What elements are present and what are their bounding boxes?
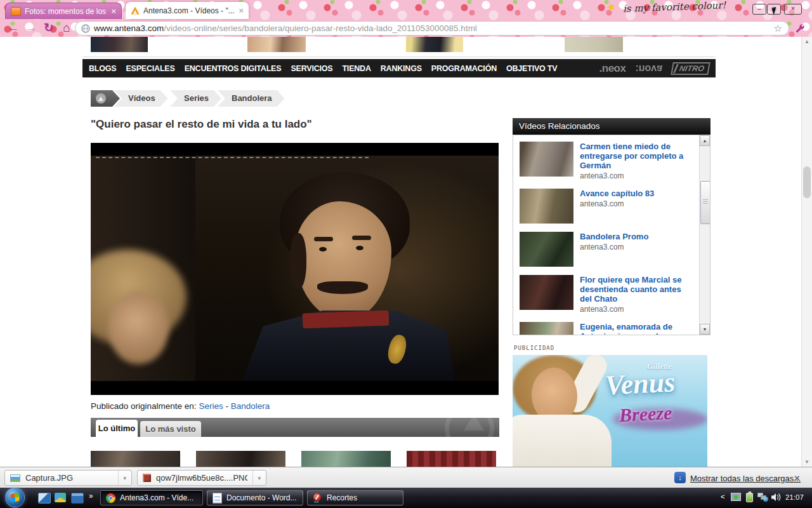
start-button[interactable] [5,488,25,507]
related-video-source: antena3.com [580,305,691,314]
breadcrumb-bandolera[interactable]: Bandolera [218,90,285,107]
show-all-downloads-link[interactable]: Mostrar todas las descargas... [690,474,801,483]
video-thumbnail[interactable] [301,451,391,467]
download-caret-icon[interactable]: ▾ [118,471,126,485]
scroll-up-icon[interactable]: ▲ [700,135,710,146]
related-videos-scrollbar[interactable]: ▲ ▼ [699,135,710,335]
video-thumbnail[interactable] [196,451,285,467]
related-video-title[interactable]: Bandolera Promo [580,232,648,241]
cropped-thumbnail[interactable] [565,37,623,52]
download-item-png[interactable]: qow7jlmw6b5ue8c....PNG ▾ [137,470,266,486]
browser-tab-antena3[interactable]: Antena3.com - Vídeos - "... × [126,2,249,19]
tab-lo-ultimo[interactable]: Lo último [96,420,138,437]
taskbar-clock[interactable]: 21:07 [785,493,804,501]
download-caret-icon[interactable]: ▾ [252,471,261,485]
tray-collapse-icon[interactable]: < [721,493,724,500]
nav-item-especiales[interactable]: ESPECIALES [126,64,174,73]
document-icon [213,493,222,504]
quick-launch-app-icon[interactable] [55,493,66,502]
related-video-item[interactable]: Carmen tiene miedo de entregarse por com… [520,142,691,180]
published-link-bandolera[interactable]: Bandolera [231,401,270,411]
tab-title[interactable]: Antena3.com - Vídeos - "... [143,6,235,15]
venus-breeze-ad[interactable]: Gillette Venus Breeze [513,355,707,467]
related-video-thumbnail[interactable] [520,142,573,177]
nitro-logo[interactable]: NITRO [671,62,710,75]
cropped-thumbnail[interactable] [406,37,463,52]
quick-launch-overflow-icon[interactable]: » [89,491,93,500]
downloads-bar: Captura.JPG ▾ qow7jlmw6b5ue8c....PNG ▾ ↓… [0,467,812,488]
neox-logo[interactable]: .neox [599,62,626,75]
nav-item-programacion[interactable]: PROGRAMACIÓN [431,64,497,73]
page-scrollbar[interactable]: ▲ ▼ [801,37,812,467]
related-video-thumbnail[interactable] [520,322,573,335]
forward-button[interactable]: → [23,20,39,36]
browser-tab-fotos[interactable]: Fotos: momentos de los ... × [5,3,122,19]
related-video-item[interactable]: Flor quiere que Marcial se desentienda c… [520,275,691,314]
nav-item-tienda[interactable]: TIENDA [342,64,370,73]
downloads-bar-close-icon[interactable]: × [794,472,800,483]
window-close-button[interactable]: × [784,4,802,15]
scroll-up-icon[interactable]: ▲ [803,39,811,44]
url-path[interactable]: /videos-online/series/bandolera/quiero-p… [164,23,773,33]
download-filename[interactable]: Captura.JPG [25,473,113,483]
related-video-title[interactable]: Avance capítulo 83 [580,189,654,198]
home-button[interactable]: ⌂ [58,20,75,36]
breadcrumb-series[interactable]: Series [170,90,221,107]
related-video-title[interactable]: Carmen tiene miedo de entregarse por com… [580,142,691,170]
advertising-label: PUBLICIDAD [514,345,554,351]
scrollbar-thumb[interactable] [803,166,811,198]
taskbar-button-word[interactable]: Documento - Word... [207,490,303,505]
tab-close-icon[interactable]: × [111,6,116,16]
tray-network-icon[interactable] [757,493,768,502]
tray-power-icon[interactable] [746,493,753,502]
scroll-down-icon[interactable]: ▼ [803,459,811,465]
nav-item-rankings[interactable]: RANKINGS [381,64,422,73]
nav-item-objetivo-tv[interactable]: OBJETIVO TV [506,64,557,73]
scroll-down-icon[interactable]: ▼ [700,324,710,335]
published-link-series[interactable]: Series [199,401,223,411]
reload-button[interactable]: ↻ [41,20,57,36]
tray-volume-icon[interactable] [771,493,782,502]
related-video-title[interactable]: Eugenia, enamorada de Antonio sin sospec… [580,322,691,335]
divider [82,57,716,57]
video-thumbnail[interactable] [407,451,496,467]
taskbar-button-chrome[interactable]: Antena3.com - Víde... [100,490,203,505]
bookmark-star-icon[interactable]: ☆ [774,23,782,34]
tab-title[interactable]: Fotos: momentos de los ... [25,7,107,16]
video-thumbnail[interactable] [91,451,180,467]
video-player[interactable] [91,143,499,395]
taskbar-button-recortes[interactable]: oo Recortes [307,490,403,505]
download-filename[interactable]: qow7jlmw6b5ue8c....PNG [156,473,247,483]
download-item-captura[interactable]: Captura.JPG ▾ [4,470,132,486]
tab-lo-mas-visto[interactable]: Lo más visto [140,421,201,437]
window-minimize-button[interactable]: – [752,4,766,15]
related-video-item[interactable]: Eugenia, enamorada de Antonio sin sospec… [520,322,691,335]
related-video-thumbnail[interactable] [520,232,573,267]
related-video-title[interactable]: Flor quiere que Marcial se desentienda c… [580,275,691,304]
tray-monitor-icon[interactable] [731,493,741,501]
video-list-tabbar: Lo último Lo más visto [91,418,499,437]
address-bar[interactable]: www.antena3.com/videos-online/series/ban… [75,21,789,36]
nav-item-encuentros[interactable]: ENCUENTROS DIGITALES [185,64,282,73]
related-video-thumbnail[interactable] [520,189,573,224]
scrollbar-thumb[interactable] [700,181,710,224]
nova-logo[interactable]: :nova [635,63,662,74]
related-video-item[interactable]: Bandolera Promo antena3.com [520,232,691,267]
quick-launch-switch-windows-icon[interactable] [71,493,84,504]
breadcrumb-videos[interactable]: Vídeos [114,90,168,107]
back-button[interactable]: ← [5,20,22,36]
nav-item-servicios[interactable]: SERVICIOS [291,64,332,73]
cropped-thumbnail[interactable] [91,37,148,52]
screen: Fotos: momentos de los ... × Antena3.com… [0,0,812,508]
breadcrumb-home[interactable] [91,90,120,107]
related-video-item[interactable]: Avance capítulo 83 antena3.com [520,189,691,224]
url-host[interactable]: www.antena3.com [94,23,164,33]
browser-menu-wrench-icon[interactable] [794,23,805,34]
quick-launch-show-desktop-icon[interactable] [38,493,51,504]
tab-close-icon[interactable]: × [239,6,244,15]
ad-product-text: Venus [605,366,676,402]
page-title: "Quiero pasar el resto de mi vida a tu l… [91,118,312,131]
cropped-thumbnail[interactable] [247,37,306,52]
related-video-thumbnail[interactable] [520,275,573,310]
nav-item-blogs[interactable]: BLOGS [89,64,116,73]
